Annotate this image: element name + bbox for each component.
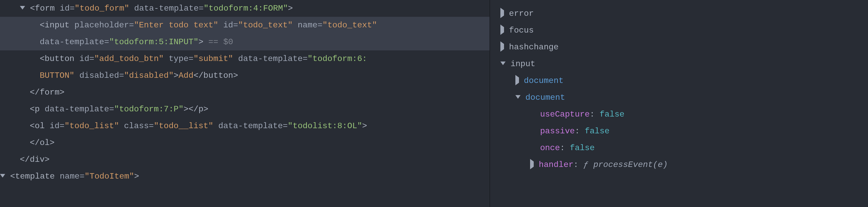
dom-line-template-open[interactable]: <template name="TodoItem">: [0, 168, 490, 185]
event-group-hashchange[interactable]: hashchange: [490, 39, 868, 56]
dom-line-input-selected[interactable]: <input placeholder="Enter todo text" id=…: [0, 17, 490, 34]
dom-line-form-open[interactable]: <form id="todo_form" data-template="todo…: [0, 0, 490, 17]
chevron-down-icon[interactable]: [0, 174, 5, 178]
event-group-focus[interactable]: focus: [490, 22, 868, 39]
dom-line-ol-close[interactable]: </ol>: [0, 135, 490, 151]
event-prop-once: once: false: [490, 140, 868, 156]
selected-indicator: == $0: [203, 37, 233, 47]
chevron-right-icon[interactable]: [500, 8, 504, 18]
event-prop-handler[interactable]: handler: ƒ processEvent(e): [490, 156, 868, 173]
dom-line-button-cont[interactable]: BUTTON" disabled="disabled">Add</button>: [0, 67, 490, 84]
dom-line-button-open[interactable]: <button id="add_todo_btn" type="submit" …: [0, 50, 490, 67]
dom-line-p[interactable]: <p data-template="todoform:7:P"></p>: [0, 101, 490, 118]
chevron-right-icon[interactable]: [500, 41, 504, 52]
chevron-right-icon[interactable]: [530, 159, 534, 169]
chevron-down-icon[interactable]: [516, 95, 521, 99]
dom-line-ol-open[interactable]: <ol id="todo_list" class="todo__list" da…: [0, 118, 490, 135]
event-prop-usecapture: useCapture: false: [490, 106, 868, 123]
chevron-down-icon[interactable]: [20, 6, 25, 9]
chevron-right-icon[interactable]: [516, 75, 519, 85]
dom-line-div-close[interactable]: </div>: [0, 151, 490, 168]
chevron-down-icon[interactable]: [500, 61, 505, 65]
event-group-error[interactable]: error: [490, 5, 868, 22]
event-prop-passive: passive: false: [490, 123, 868, 140]
chevron-right-icon[interactable]: [500, 25, 504, 35]
dom-line-input-selected-cont[interactable]: data-template="todoform:5:INPUT"> == $0: [0, 34, 490, 50]
dom-line-form-close[interactable]: </form>: [0, 84, 490, 101]
event-target-document-2[interactable]: document: [490, 89, 868, 106]
elements-panel[interactable]: <form id="todo_form" data-template="todo…: [0, 0, 490, 207]
event-target-document-1[interactable]: document: [490, 72, 868, 89]
event-listeners-panel[interactable]: error focus hashchange input document do…: [490, 0, 868, 207]
event-group-input[interactable]: input: [490, 56, 868, 72]
